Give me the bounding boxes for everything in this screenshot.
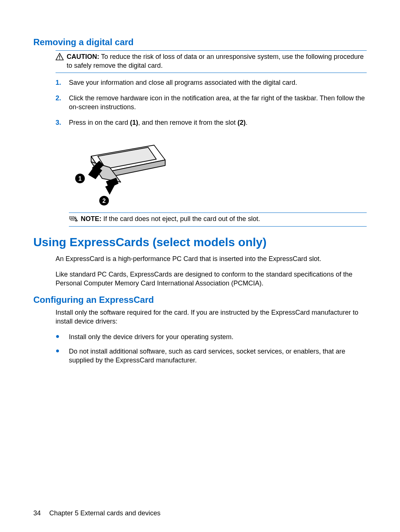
caution-message: To reduce the risk of loss of data or an…	[67, 53, 364, 69]
bullet-dot-icon: ●	[56, 332, 69, 341]
step3-mid: , and then remove it from the slot	[138, 119, 237, 126]
step-3: 3. Press in on the card (1), and then re…	[56, 118, 367, 127]
bullet-text: Install only the device drivers for your…	[69, 332, 233, 341]
step3-post: .	[246, 119, 247, 126]
document-page: Removing a digital card CAUTION: To redu…	[0, 0, 400, 532]
step-number: 3.	[56, 118, 69, 127]
svg-text:1: 1	[79, 175, 82, 182]
caution-label: CAUTION:	[67, 53, 99, 60]
bullet-dot-icon: ●	[56, 347, 69, 355]
step-number: 1.	[56, 78, 69, 87]
note-label: NOTE:	[81, 215, 101, 222]
step3-pre: Press in on the card	[69, 119, 130, 126]
page-footer: 34 Chapter 5 External cards and devices	[33, 509, 160, 517]
note-text: NOTE: If the card does not eject, pull t…	[81, 214, 260, 223]
step3-ref2: (2)	[237, 119, 246, 126]
step-2: 2. Click the remove hardware icon in the…	[56, 94, 367, 112]
bullet-text: Do not install additional software, such…	[69, 347, 367, 365]
heading-removing-digital-card: Removing a digital card	[33, 37, 367, 47]
svg-text:2: 2	[103, 198, 106, 204]
step-text: Click the remove hardware icon in the no…	[69, 94, 367, 112]
svg-point-2	[59, 58, 60, 59]
caution-icon	[56, 53, 64, 62]
caution-text: CAUTION: To reduce the risk of loss of d…	[67, 52, 367, 70]
chapter-title: Chapter 5 External cards and devices	[49, 509, 160, 517]
configure-intro: Install only the software required for t…	[56, 308, 367, 326]
heading-using-expresscards: Using ExpressCards (select models only)	[33, 235, 367, 249]
bullet-2: ● Do not install additional software, su…	[56, 347, 367, 365]
note-message: If the card does not eject, pull the car…	[103, 215, 260, 222]
step-number: 2.	[56, 94, 69, 103]
page-number: 34	[33, 509, 41, 517]
removal-steps: 1. Save your information and close all p…	[56, 78, 367, 127]
step3-ref1: (1)	[130, 119, 138, 126]
step-text: Save your information and close all prog…	[69, 78, 367, 87]
card-removal-figure: 1 2	[69, 134, 367, 210]
expresscard-intro-2: Like standard PC Cards, ExpressCards are…	[56, 270, 367, 288]
note-callout: NOTE: If the card does not eject, pull t…	[69, 213, 367, 227]
heading-configuring-expresscard: Configuring an ExpressCard	[33, 295, 367, 305]
note-icon	[69, 215, 78, 224]
step-text: Press in on the card (1), and then remov…	[69, 118, 367, 127]
step-1: 1. Save your information and close all p…	[56, 78, 367, 87]
bullet-1: ● Install only the device drivers for yo…	[56, 332, 367, 341]
expresscard-intro-1: An ExpressCard is a high-performance PC …	[56, 254, 367, 263]
configure-bullets: ● Install only the device drivers for yo…	[56, 332, 367, 365]
svg-point-19	[75, 220, 77, 221]
caution-callout: CAUTION: To reduce the risk of loss of d…	[56, 50, 367, 73]
